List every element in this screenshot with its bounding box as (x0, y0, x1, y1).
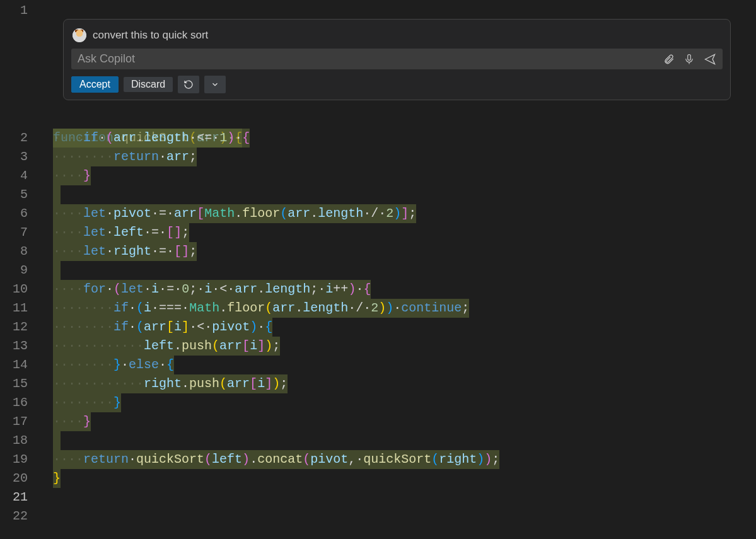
code-line[interactable]: ····} (45, 412, 756, 431)
line-number: 16 (0, 393, 28, 412)
line-number: 10 (0, 280, 28, 299)
code-line[interactable]: ········} (45, 393, 756, 412)
line-number: 8 (0, 242, 28, 261)
code-line[interactable]: ····} (45, 166, 756, 185)
code-editor: 12345678910111213141516171819202122 func… (0, 0, 756, 539)
regenerate-button[interactable] (178, 76, 199, 93)
line-number: 19 (0, 450, 28, 469)
line-number: 5 (0, 185, 28, 204)
line-number: 2 (0, 129, 28, 148)
code-line[interactable]: ····if·(arr.length·<=·1)·{ (45, 129, 756, 148)
code-line[interactable] (45, 261, 756, 280)
line-number: 14 (0, 356, 28, 374)
code-line[interactable]: } (45, 469, 756, 488)
line-number: 18 (0, 431, 28, 450)
code-line[interactable]: ····return·quickSort(left).concat(pivot,… (45, 450, 756, 469)
user-avatar (73, 28, 86, 42)
line-number: 20 (0, 469, 28, 488)
code-line[interactable]: ····let·pivot·=·arr[Math.floor(arr.lengt… (45, 204, 756, 223)
code-line[interactable]: ············right.push(arr[i]); (45, 374, 756, 393)
line-number: 9 (0, 261, 28, 280)
code-line[interactable] (45, 431, 756, 450)
ask-row (71, 49, 723, 69)
line-number: 21 (0, 488, 28, 507)
line-number: 15 (0, 374, 28, 393)
code-line[interactable]: ········if·(arr[i]·<·pivot)·{ (45, 318, 756, 337)
widget-header: convert this to quick sort (71, 26, 723, 49)
send-icon[interactable] (704, 53, 716, 66)
code-area[interactable]: function·quickSort(arr)·{····if·(arr.len… (45, 0, 756, 539)
more-options-button[interactable] (204, 76, 226, 93)
action-row: Accept Discard (71, 69, 723, 93)
line-number: 17 (0, 412, 28, 431)
discard-button[interactable]: Discard (124, 77, 173, 92)
line-number: 6 (0, 204, 28, 223)
line-number: 7 (0, 223, 28, 242)
svg-rect-0 (688, 54, 691, 60)
copilot-inline-widget: convert this to quick sort Accept Discar… (63, 19, 731, 100)
copilot-input[interactable] (78, 52, 654, 66)
widget-title: convert this to quick sort (93, 29, 208, 42)
line-number: 13 (0, 337, 28, 356)
accept-button[interactable]: Accept (71, 76, 119, 93)
line-number: 22 (0, 507, 28, 526)
code-line[interactable]: ············left.push(arr[i]); (45, 337, 756, 356)
code-line[interactable]: ····let·left·=·[]; (45, 223, 756, 242)
code-line[interactable] (45, 185, 756, 204)
line-number: 4 (0, 166, 28, 185)
line-number-gutter: 12345678910111213141516171819202122 (0, 0, 45, 539)
code-line[interactable]: ····for·(let·i·=·0;·i·<·arr.length;·i++)… (45, 280, 756, 299)
code-line[interactable]: ········if·(i·===·Math.floor(arr.length·… (45, 299, 756, 318)
attach-icon[interactable] (663, 53, 675, 66)
code-line[interactable]: ····let·right·=·[]; (45, 242, 756, 261)
line-number: 12 (0, 318, 28, 337)
line-number: 3 (0, 148, 28, 166)
line-number: 1 (0, 1, 28, 20)
code-line[interactable]: ········}·else·{ (45, 356, 756, 374)
line-number: 11 (0, 299, 28, 318)
code-line[interactable]: ········return·arr; (45, 148, 756, 166)
mic-icon[interactable] (683, 53, 695, 66)
